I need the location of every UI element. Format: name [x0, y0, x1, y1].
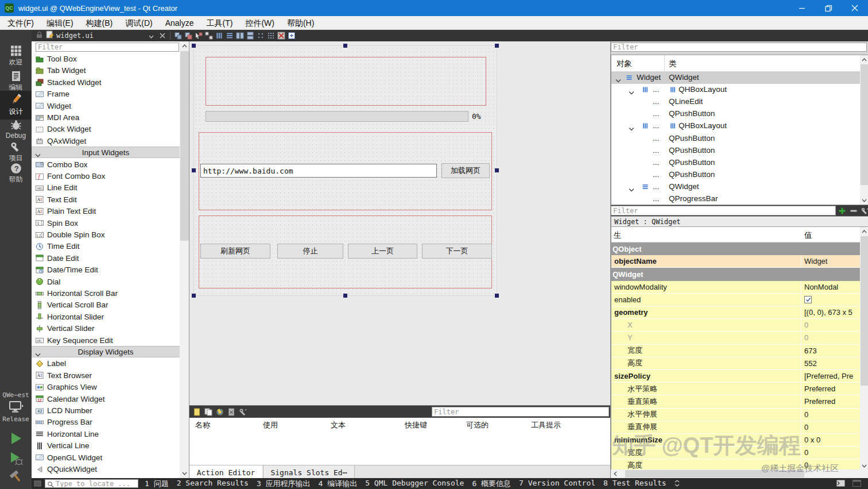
object-tree-row-7[interactable]: ...QPushButton [611, 157, 860, 169]
property-group-QObject[interactable]: QObject [611, 242, 860, 255]
property-row-sizePolicy[interactable]: sizePolicy [Preferred, Pre [611, 370, 860, 383]
widget-item-Dock Widget[interactable]: Dock Widget [32, 123, 180, 135]
property-row-enabled[interactable]: enabled [611, 294, 860, 306]
output-pane-5[interactable]: 6 概要信息 [472, 479, 511, 489]
widget-item-QQuickWidget[interactable]: QQuickWidget [32, 463, 180, 475]
widget-item-Double Spin Box[interactable]: 1.2Double Spin Box [32, 229, 180, 241]
configure-action-icon[interactable] [239, 408, 247, 416]
wb-scroll-up-icon[interactable] [180, 41, 189, 51]
widget-box-filter-input[interactable] [36, 43, 179, 52]
build-button[interactable] [0, 469, 32, 483]
widget-item-Widget[interactable]: Widget [32, 100, 180, 112]
nav-button-3[interactable]: 下一页 [422, 244, 492, 259]
layout-form-icon[interactable] [257, 32, 265, 40]
property-scroll-thumb[interactable] [861, 236, 868, 386]
widget-item-Vertical Scroll Bar[interactable]: Vertical Scroll Bar [32, 299, 180, 311]
minimize-button[interactable] [789, 0, 815, 16]
mode-帮助[interactable]: ?帮助 [0, 160, 32, 187]
adjust-size-icon[interactable] [288, 32, 296, 40]
progress-bar-widget[interactable] [206, 111, 468, 122]
action-column-0[interactable]: 名称 [195, 418, 210, 432]
widget-item-Stacked Widget[interactable]: Stacked Widget [32, 76, 180, 88]
object-tree-row-5[interactable]: ...QPushButton [611, 133, 860, 145]
widget-item-Vertical Slider[interactable]: Vertical Slider [32, 322, 180, 334]
layout-horizontally-icon[interactable] [215, 32, 223, 40]
prop-scroll-up-icon[interactable] [860, 227, 868, 236]
widget-item-Dial[interactable]: Dial [32, 276, 180, 288]
raise-icon[interactable] [184, 32, 192, 40]
widget-item-Vertical Line[interactable]: Vertical Line [32, 440, 180, 452]
webview-layout-rect[interactable] [206, 57, 486, 106]
property-row-objectName[interactable]: objectName Widget [611, 255, 860, 268]
action-column-3[interactable]: 快捷键 [405, 418, 427, 432]
console-icon[interactable] [836, 479, 845, 489]
tab-signals-slots-editor[interactable]: Signals Slots Ed⋯ [263, 465, 355, 479]
output-panes-arrows-icon[interactable] [675, 479, 680, 489]
run-button[interactable] [0, 431, 32, 446]
selection-handle[interactable] [495, 44, 499, 48]
enabled-checkbox[interactable] [804, 296, 812, 303]
object-tree-row-4[interactable]: ...QHBoxLayout [611, 120, 860, 132]
section-Display Widgets[interactable]: Display Widgets [32, 346, 180, 357]
layout-splitter-v-icon[interactable] [246, 32, 254, 40]
widget-item-QAxWidget[interactable]: QAxWidget [32, 135, 180, 147]
output-pane-2[interactable]: 3 应用程序输出 [257, 479, 311, 489]
window-mode-icon[interactable] [34, 479, 41, 489]
selection-handle[interactable] [192, 44, 196, 48]
action-column-5[interactable]: 工具提示 [531, 418, 561, 432]
widget-item-Plain Text Edit[interactable]: AIPlain Text Edit [32, 205, 180, 217]
menu-5[interactable]: 工具(T) [200, 16, 239, 30]
object-tree-row-9[interactable]: ...QWidget [611, 181, 860, 193]
action-column-4[interactable]: 可选的 [466, 418, 489, 432]
object-tree-row-2[interactable]: ...QLineEdit [611, 96, 860, 108]
section-Input Widgets[interactable]: Input Widgets [32, 147, 180, 158]
object-column-header[interactable]: 对象 [617, 59, 632, 69]
action-editor-filter-input[interactable] [432, 407, 609, 417]
property-row-水平伸展[interactable]: 水平伸展 0 [611, 409, 860, 421]
widget-item-Tool Box[interactable]: Tool Box [32, 53, 180, 65]
property-column-header[interactable]: 生 [614, 230, 622, 241]
edit-tab-order-icon[interactable] [205, 32, 213, 40]
property-row-Y[interactable]: Y 0 [611, 332, 860, 344]
output-pane-3[interactable]: 4 编译输出 [319, 479, 358, 489]
widget-item-Key Sequence Edit[interactable]: ABIKey Sequence Edit [32, 334, 180, 346]
mode-欢迎[interactable]: 欢迎 [0, 43, 32, 70]
widget-item-Date/Time Edit[interactable]: Date/Time Edit [32, 264, 180, 276]
property-filter-input[interactable] [611, 206, 836, 215]
scroll-down-icon[interactable] [860, 196, 868, 205]
widget-item-Horizontal Line[interactable]: Horizontal Line [32, 428, 180, 440]
action-column-2[interactable]: 文本 [331, 418, 346, 432]
build-hammer-icon[interactable] [9, 469, 24, 483]
nav-button-2[interactable]: 上一页 [348, 244, 417, 259]
url-line-edit[interactable] [200, 164, 437, 178]
break-layout-icon[interactable] [277, 32, 285, 40]
load-page-button[interactable]: 加载网页 [441, 163, 490, 178]
selection-handle[interactable] [192, 294, 196, 298]
property-row-宽度[interactable]: 宽度 673 [611, 345, 860, 357]
property-group-QWidget[interactable]: QWidget [611, 268, 860, 280]
menu-0[interactable]: 文件(F) [1, 16, 40, 30]
layout-splitter-h-icon[interactable] [236, 32, 244, 40]
run-debug-icon[interactable] [9, 451, 24, 466]
output-pane-0[interactable]: 1 问题 [145, 479, 169, 489]
close-document-icon[interactable] [160, 30, 165, 41]
property-row-水平策略[interactable]: 水平策略 Preferred [611, 383, 860, 395]
kit-selector-button[interactable] [0, 401, 32, 413]
locator-box[interactable] [45, 479, 138, 488]
property-row-geometry[interactable]: geometry [(0, 0), 673 x 5 [611, 306, 860, 319]
menu-6[interactable]: 控件(W) [239, 16, 281, 30]
output-pane-4[interactable]: 5 QML Debugger Console [365, 479, 464, 489]
widget-item-Spin Box[interactable]: 1Spin Box [32, 217, 180, 229]
debug-run-button[interactable] [0, 451, 32, 466]
output-pane-6[interactable]: 7 Version Control [519, 479, 595, 489]
widget-item-MDI Area[interactable]: MDI Area [32, 111, 180, 124]
layout-grid-icon[interactable] [267, 32, 275, 40]
object-inspector-filter-input[interactable] [611, 43, 867, 52]
widget-item-LCD Number[interactable]: 42LCD Number [32, 405, 180, 417]
widget-item-Frame[interactable]: Frame [32, 88, 180, 100]
mode-设计[interactable]: 设计 [0, 91, 32, 120]
edit-widgets-icon[interactable] [195, 32, 203, 40]
locator-input[interactable] [45, 479, 138, 488]
menu-1[interactable]: 编辑(E) [40, 16, 80, 30]
object-tree-row-6[interactable]: ...QPushButton [611, 145, 860, 157]
